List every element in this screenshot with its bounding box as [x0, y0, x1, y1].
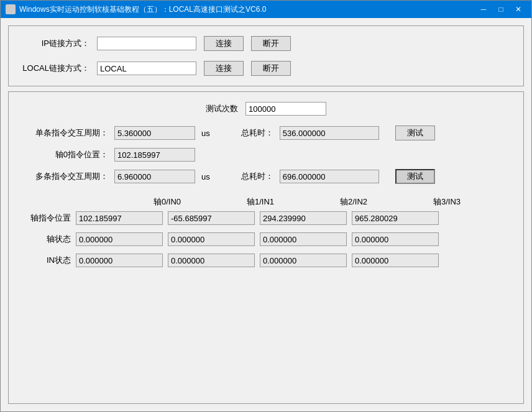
in-status-input-0	[76, 254, 163, 267]
ip-row: IP链接方式： 连接 断开	[21, 36, 511, 51]
in-status-input-3	[352, 254, 439, 267]
single-cmd-unit: us	[201, 129, 210, 138]
multi-total-input	[280, 170, 379, 183]
axis0-cmd-label: 轴0指令位置：	[21, 149, 108, 160]
in-status-input-1	[168, 254, 255, 267]
in-status-inputs	[76, 254, 439, 267]
axis-status-input-1	[168, 232, 255, 246]
col-header-3: 轴3/IN3	[400, 196, 493, 208]
in-status-table-row: IN状态	[21, 254, 511, 267]
ip-disconnect-button[interactable]: 断开	[251, 36, 291, 51]
axis-status-input-2	[260, 232, 347, 246]
test-section: 测试次数 单条指令交互周期： us 总耗时： 测试 轴0指令位置： 多条指令交互…	[8, 91, 524, 404]
local-row: LOCAL链接方式： 连接 断开	[21, 61, 511, 76]
single-total-input	[280, 126, 379, 140]
ip-connect-button[interactable]: 连接	[204, 36, 244, 51]
minimize-button[interactable]: ─	[475, 3, 492, 16]
axis-status-input-0	[76, 232, 163, 246]
multi-total-label: 总耗时：	[241, 171, 273, 182]
single-cmd-input	[114, 126, 195, 140]
multi-cmd-unit: us	[201, 172, 210, 181]
axis-status-inputs	[76, 232, 439, 246]
axis-cmd-input-3	[352, 211, 439, 225]
axis-status-table-row: 轴状态	[21, 232, 511, 246]
test-count-row: 测试次数	[21, 102, 511, 116]
in-status-input-2	[260, 254, 347, 267]
col-header-2: 轴2/IN2	[307, 196, 400, 208]
single-cmd-row: 单条指令交互周期： us 总耗时： 测试	[21, 126, 511, 140]
axis-status-input-3	[352, 232, 439, 246]
axis-cmd-row-label: 轴指令位置	[21, 213, 71, 224]
title-bar: Windows实时运动控制软核基础教程（五）：LOCAL高速接口测试之VC6.0…	[1, 1, 531, 18]
title-bar-controls: ─ □ ✕	[475, 3, 526, 16]
axis0-cmd-input	[114, 148, 195, 162]
test-count-input[interactable]	[245, 102, 326, 116]
single-total-label: 总耗时：	[241, 127, 273, 139]
multi-cmd-row: 多条指令交互周期： us 总耗时： 测试	[21, 169, 511, 184]
single-cmd-label: 单条指令交互周期：	[21, 127, 108, 139]
axis-cmd-table-row: 轴指令位置	[21, 211, 511, 225]
single-test-button[interactable]: 测试	[395, 126, 435, 140]
window-title: Windows实时运动控制软核基础教程（五）：LOCAL高速接口测试之VC6.0	[19, 4, 475, 15]
multi-cmd-label: 多条指令交互周期：	[21, 171, 108, 182]
axis-cmd-input-0	[76, 211, 163, 225]
axis-status-row-label: 轴状态	[21, 234, 71, 245]
ip-label: IP链接方式：	[21, 38, 89, 49]
test-count-label: 测试次数	[206, 103, 238, 114]
table-header-row: 轴0/IN0 轴1/IN1 轴2/IN2 轴3/IN3	[71, 196, 511, 208]
ip-input[interactable]	[97, 37, 196, 50]
maximize-button[interactable]: □	[493, 3, 509, 16]
col-header-1: 轴1/IN1	[214, 196, 307, 208]
local-label: LOCAL链接方式：	[21, 63, 89, 74]
col-header-0: 轴0/IN0	[121, 196, 214, 208]
local-disconnect-button[interactable]: 断开	[251, 61, 291, 76]
axis-cmd-input-1	[168, 211, 255, 225]
multi-test-button[interactable]: 测试	[395, 169, 435, 184]
in-status-row-label: IN状态	[21, 255, 71, 266]
axis0-cmd-row: 轴0指令位置：	[21, 148, 511, 162]
axis-cmd-input-2	[260, 211, 347, 225]
local-input[interactable]	[97, 62, 196, 75]
main-window: Windows实时运动控制软核基础教程（五）：LOCAL高速接口测试之VC6.0…	[0, 0, 532, 412]
multi-cmd-input	[114, 170, 195, 183]
local-connect-button[interactable]: 连接	[204, 61, 244, 76]
axis-cmd-inputs	[76, 211, 439, 225]
main-content: IP链接方式： 连接 断开 LOCAL链接方式： 连接 断开 测试次数	[1, 18, 531, 411]
connection-section: IP链接方式： 连接 断开 LOCAL链接方式： 连接 断开	[8, 25, 524, 86]
close-button[interactable]: ✕	[510, 3, 526, 16]
app-icon	[6, 4, 16, 14]
axis-table: 轴0/IN0 轴1/IN1 轴2/IN2 轴3/IN3 轴指令位置	[21, 196, 511, 275]
